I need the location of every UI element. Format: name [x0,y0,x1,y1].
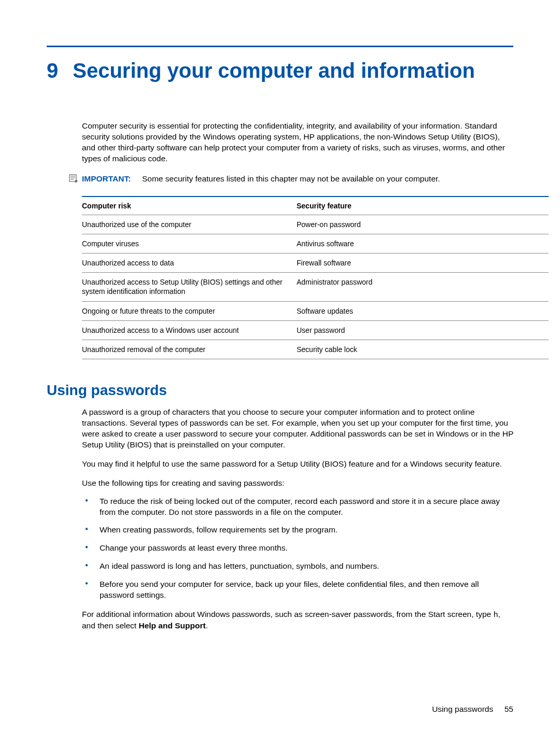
table-header-feature: Security feature [297,196,549,215]
important-text: Some security features listed in this ch… [142,174,440,183]
list-item: Before you send your computer for servic… [82,579,513,601]
section-title: Using passwords [47,382,513,399]
password-tips-list: To reduce the risk of being locked out o… [82,496,513,601]
footer-page-number: 55 [505,705,513,713]
list-item: Change your passwords at least every thr… [82,543,513,554]
list-item: When creating passwords, follow requirem… [82,525,513,536]
table-row: Unauthorized use of the computerPower-on… [82,215,549,234]
security-table: Computer risk Security feature Unauthori… [82,196,549,360]
chapter-rule [47,46,513,47]
note-icon [68,174,79,184]
table-row: Unauthorized access to dataFirewall soft… [82,253,549,272]
intro-paragraph: Computer security is essential for prote… [82,121,513,164]
table-header-risk: Computer risk [82,196,297,215]
body-paragraph: For additional information about Windows… [82,609,513,631]
table-row: Computer virusesAntivirus software [82,234,549,253]
important-label: IMPORTANT: [82,174,131,183]
page-footer: Using passwords 55 [432,705,513,714]
footer-section: Using passwords [432,705,493,713]
body-paragraph: Use the following tips for creating and … [82,478,513,489]
table-row: Ongoing or future threats to the compute… [82,301,549,320]
body-paragraph: A password is a group of characters that… [82,407,513,451]
body-paragraph: You may find it helpful to use the same … [82,459,513,470]
chapter-heading: 9 Securing your computer and information [47,59,513,82]
table-row: Unauthorized access to a Windows user ac… [82,320,549,340]
important-note: IMPORTANT: Some security features listed… [68,174,513,185]
table-row: Unauthorized removal of the computerSecu… [82,340,549,359]
table-row: Unauthorized access to Setup Utility (BI… [82,273,549,301]
chapter-title: Securing your computer and information [73,59,475,82]
chapter-number: 9 [47,59,58,82]
list-item: To reduce the risk of being locked out o… [82,496,513,518]
list-item: An ideal password is long and has letter… [82,561,513,572]
